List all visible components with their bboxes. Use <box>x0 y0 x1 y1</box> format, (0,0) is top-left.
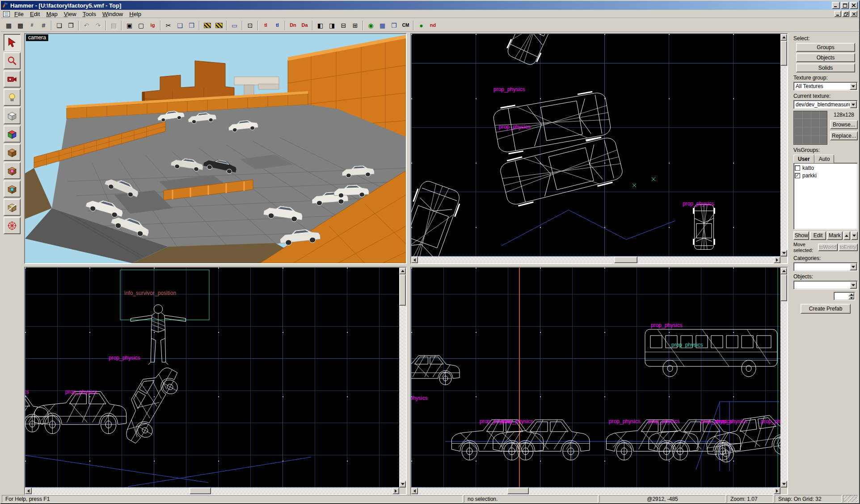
vertex-tool[interactable] <box>4 217 21 234</box>
car-side-wireframe[interactable] <box>451 420 543 460</box>
angle-spinner[interactable] <box>834 292 855 300</box>
overlay-mask-toggle-button[interactable]: ❐ <box>388 20 400 31</box>
magnify-tool[interactable] <box>4 52 21 69</box>
cut-button[interactable]: ✂ <box>163 20 174 31</box>
texture-scale-lock-button[interactable]: tl <box>272 20 283 31</box>
apply-current-texture-tool[interactable] <box>4 144 21 161</box>
viewport-3d-camera[interactable]: camera <box>24 33 407 264</box>
spinner-up-icon[interactable] <box>848 293 854 296</box>
texture-group-select[interactable]: All Textures <box>793 82 858 91</box>
hide-unselected-button[interactable] <box>213 20 224 31</box>
viewport-2d-side[interactable]: prop_physicsprop_physicsprop_physicsprop… <box>410 267 788 495</box>
chevron-down-icon[interactable] <box>850 101 857 108</box>
larger-grid-button[interactable]: # <box>38 20 49 31</box>
toggle-3d-grid-button[interactable]: ▩ <box>15 20 26 31</box>
camera-tool[interactable] <box>4 71 21 88</box>
model-render-toggle-button[interactable]: ◉ <box>365 20 376 31</box>
categories-select[interactable] <box>793 262 858 271</box>
split-view-single-button[interactable]: ◧ <box>315 20 326 31</box>
horizontal-scrollbar[interactable] <box>411 256 780 263</box>
toggle-cordon-button[interactable]: ▭ <box>229 20 240 31</box>
menu-window[interactable]: Window <box>99 10 126 18</box>
viewport-2d-top[interactable]: prop_physicsprop_physicsprop_physics <box>410 33 788 264</box>
run-map-button[interactable]: ● <box>416 20 427 31</box>
visgroup-checkbox[interactable]: ✓ <box>795 173 800 178</box>
horizontal-scrollbar[interactable] <box>25 487 399 494</box>
current-texture-select[interactable]: dev/dev_blendmeasure <box>793 100 858 109</box>
ungroup-button[interactable]: ▢ <box>135 20 147 31</box>
spinner-down-icon[interactable] <box>848 296 854 300</box>
load-window-state-button[interactable]: ❏ <box>54 20 65 31</box>
displacement-mask-toggle-button[interactable]: ▦ <box>377 20 388 31</box>
car-side-wireframe[interactable] <box>649 420 740 460</box>
undo-button[interactable]: ↶ <box>81 20 92 31</box>
3d-scene[interactable] <box>25 34 406 263</box>
minimize-button[interactable] <box>832 2 840 9</box>
car-top-wireframe[interactable] <box>505 34 566 67</box>
toggle-grid-button[interactable]: ▦ <box>3 20 14 31</box>
split-view-4-button[interactable]: ⊞ <box>350 20 361 31</box>
maximize-button[interactable] <box>841 2 849 9</box>
visgroup-down-button[interactable] <box>851 231 858 240</box>
copy-button[interactable]: ❑ <box>174 20 185 31</box>
side-view-canvas[interactable]: prop_physicsprop_physicsprop_physicsprop… <box>411 268 780 487</box>
car-side-wireframe[interactable] <box>606 420 698 460</box>
car-top-wireframe[interactable] <box>694 205 715 250</box>
toentity-button[interactable]: toEntity <box>839 244 858 251</box>
visgroup-checkbox[interactable] <box>795 165 800 171</box>
vertical-scrollbar[interactable] <box>780 34 787 256</box>
entity-angles-toggle-button[interactable]: Da <box>299 20 310 31</box>
car-top-wireframe[interactable] <box>411 179 463 256</box>
selection-tool[interactable] <box>4 34 21 51</box>
close-button[interactable] <box>850 2 858 9</box>
cm-toggle-button[interactable]: CM <box>400 20 411 31</box>
bus-side-wireframe[interactable] <box>645 329 777 377</box>
car-top-wireframe[interactable] <box>498 134 624 208</box>
mdi-restore-button[interactable] <box>842 11 849 17</box>
visgroups-tab-user[interactable]: User <box>793 155 814 163</box>
top-view-canvas[interactable]: prop_physicsprop_physicsprop_physics <box>411 34 780 256</box>
entity-tool[interactable] <box>4 89 21 106</box>
save-window-state-button[interactable]: ❐ <box>65 20 76 31</box>
toggle-select-through-button[interactable]: ⊡ <box>245 20 256 31</box>
mdi-minimize-button[interactable] <box>834 11 841 17</box>
mdi-close-button[interactable] <box>850 11 857 17</box>
car-side-wireframe[interactable] <box>25 395 48 432</box>
visgroups-tab-auto[interactable]: Auto <box>814 155 835 163</box>
no-draw-toggle-button[interactable]: nd <box>427 20 438 31</box>
texture-application-tool[interactable] <box>4 126 21 143</box>
create-prefab-button[interactable]: Create Prefab <box>801 304 851 314</box>
overlay-tool[interactable] <box>4 181 21 197</box>
car-side-wireframe[interactable] <box>114 360 185 448</box>
select-solids-button[interactable]: Solids <box>796 63 855 72</box>
mark-visgroup-button[interactable]: Mark <box>827 231 843 240</box>
paste-button[interactable]: ❒ <box>186 20 197 31</box>
front-view-canvas[interactable]: info_survivor_positionprop_physicsprop_p… <box>25 268 399 487</box>
chevron-down-icon[interactable] <box>850 263 857 270</box>
redo-button[interactable]: ↷ <box>93 20 104 31</box>
chevron-down-icon[interactable] <box>850 83 857 90</box>
car-side-wireframe[interactable] <box>34 391 126 433</box>
replace-button[interactable]: Replace... <box>830 131 858 140</box>
menu-edit[interactable]: Edit <box>27 10 43 18</box>
viewport-2d-front[interactable]: info_survivor_positionprop_physicsprop_p… <box>24 267 407 495</box>
block-tool[interactable] <box>4 107 21 124</box>
carve-button[interactable]: ▤ <box>108 20 119 31</box>
menu-help[interactable]: Help <box>126 10 144 18</box>
visgroup-up-button[interactable] <box>843 231 850 240</box>
menu-view[interactable]: View <box>61 10 80 18</box>
menu-map[interactable]: Map <box>43 10 60 18</box>
chevron-down-icon[interactable] <box>850 281 857 289</box>
select-objects-button[interactable]: Objects <box>796 53 855 62</box>
texture-lock-button[interactable]: tl <box>260 20 271 31</box>
clipping-tool[interactable] <box>4 199 21 216</box>
vertical-scrollbar[interactable] <box>780 268 787 487</box>
edit-visgroup-button[interactable]: Edit <box>810 231 826 240</box>
visgroup-row[interactable]: ✓parkki <box>795 172 856 179</box>
apply-decals-tool[interactable] <box>4 162 21 179</box>
menu-file[interactable]: File <box>11 10 27 18</box>
select-groups-button[interactable]: Groups <box>796 43 855 52</box>
horizontal-scrollbar[interactable] <box>411 487 780 494</box>
browse-button[interactable]: Browse... <box>830 120 858 129</box>
smaller-grid-button[interactable]: # <box>26 20 38 31</box>
